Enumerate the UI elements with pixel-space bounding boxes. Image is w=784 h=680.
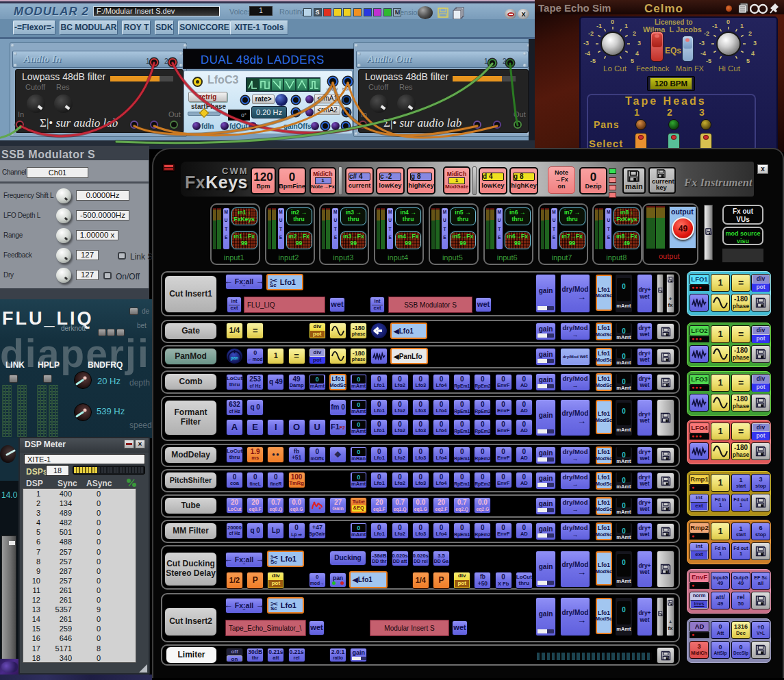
svg-text:pan: pan: [231, 355, 239, 361]
